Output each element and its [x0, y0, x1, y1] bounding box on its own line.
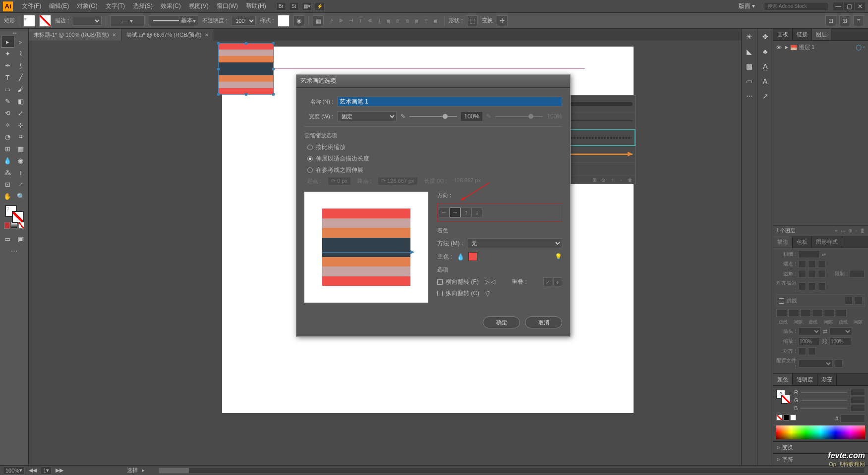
- color-mode-gradient[interactable]: [11, 222, 17, 229]
- close-button[interactable]: ✕: [855, 2, 865, 10]
- dash-1[interactable]: [776, 309, 787, 317]
- overlap-none[interactable]: ⟋: [543, 277, 552, 286]
- isolate-icon[interactable]: ⊡: [825, 15, 836, 26]
- tips-icon[interactable]: 💡: [555, 253, 562, 260]
- shape-menu-label[interactable]: 形状 :: [449, 17, 463, 24]
- corner-round[interactable]: [808, 270, 816, 278]
- align-left[interactable]: ⊦: [328, 16, 337, 26]
- swap-icon[interactable]: ⇄: [823, 328, 827, 335]
- arrow-scale-1[interactable]: [798, 337, 820, 345]
- brushes-icon[interactable]: ▭: [745, 76, 754, 86]
- shaper-tool[interactable]: ✎: [1, 95, 14, 107]
- overlap-yes[interactable]: ⟐: [553, 277, 562, 286]
- brush-preset[interactable]: [570, 120, 633, 121]
- panel-tab-links[interactable]: 链接: [793, 29, 812, 40]
- white-swatch[interactable]: [790, 415, 796, 421]
- rotate-tool[interactable]: ⟲: [1, 107, 14, 119]
- canvas[interactable]: ⊞ ⊘ ≡ ▫ 🗑 艺术画笔选项 名称 (N) : 宽度 (W) :: [29, 41, 741, 465]
- close-icon[interactable]: ✕: [205, 32, 209, 38]
- arrow-scale-2[interactable]: [829, 337, 851, 345]
- doc-tab-1[interactable]: 未标题-1* @ 100% (RGB/预览)✕: [29, 29, 121, 41]
- recolor-icon[interactable]: ◉: [293, 15, 304, 26]
- menu-object[interactable]: 对象(O): [73, 0, 101, 12]
- direction-left[interactable]: ←: [439, 208, 450, 217]
- eyedropper-tool[interactable]: 💧: [1, 155, 14, 166]
- profile-flip[interactable]: [835, 360, 843, 368]
- type-tool[interactable]: T: [1, 71, 14, 83]
- arrow-start[interactable]: [798, 327, 821, 335]
- scale-tool[interactable]: ⤢: [14, 107, 28, 119]
- b-slider[interactable]: [801, 408, 847, 409]
- panel-tab-color[interactable]: 颜色: [773, 374, 793, 385]
- brush-delete-icon[interactable]: 🗑: [627, 176, 634, 183]
- width-mode-select[interactable]: 固定: [337, 111, 397, 121]
- stroke-color[interactable]: [12, 211, 24, 223]
- selection-tool[interactable]: ▸: [1, 36, 14, 48]
- shape-corner-icon[interactable]: ⬚: [467, 15, 478, 26]
- arrange-icon[interactable]: ▦▾: [302, 2, 312, 11]
- dist-h2[interactable]: ⫼: [394, 16, 403, 26]
- align-outside[interactable]: [818, 282, 826, 290]
- symbols-icon[interactable]: ♣: [760, 47, 770, 56]
- blend-tool[interactable]: ◉: [14, 155, 28, 166]
- magic-wand-tool[interactable]: ✦: [1, 48, 14, 59]
- dashed-checkbox[interactable]: [779, 298, 784, 304]
- color-selector[interactable]: ?: [1, 205, 27, 221]
- corner-miter[interactable]: [798, 270, 806, 278]
- h-scrollbar[interactable]: [159, 468, 865, 474]
- arrow-align-1[interactable]: [798, 347, 806, 355]
- screen-mode-full[interactable]: ▣: [14, 233, 28, 245]
- dash-3[interactable]: [824, 309, 835, 317]
- brush-tool[interactable]: 🖌: [14, 83, 28, 95]
- menu-view[interactable]: 视图(V): [185, 0, 213, 12]
- target-icon[interactable]: ◯ ▫: [856, 44, 865, 51]
- artboard-nav[interactable]: 1 ▾: [41, 467, 52, 475]
- opacity-select[interactable]: 100%: [231, 16, 256, 26]
- panel-menu-icon[interactable]: ≡: [853, 15, 864, 26]
- direction-up[interactable]: ↑: [461, 208, 471, 217]
- width-slider-1[interactable]: [409, 116, 457, 117]
- pen-tool[interactable]: ✒: [1, 59, 14, 71]
- none-swatch[interactable]: [776, 415, 782, 421]
- black-swatch[interactable]: [783, 415, 789, 421]
- link-icon[interactable]: ⛓: [822, 338, 827, 344]
- flip-h-checkbox[interactable]: [437, 279, 443, 285]
- align-toggle[interactable]: ▦: [313, 15, 324, 26]
- menu-window[interactable]: 窗口(W): [213, 0, 242, 12]
- brush-def-select[interactable]: 基本 ▾: [149, 15, 198, 26]
- g-value[interactable]: [850, 397, 865, 404]
- gap-1[interactable]: [788, 309, 799, 317]
- panel-tab-swatches[interactable]: 色板: [793, 236, 812, 248]
- dist-v3[interactable]: ⫼: [431, 16, 440, 26]
- hex-input[interactable]: [840, 415, 865, 422]
- properties-icon[interactable]: ◣: [745, 47, 754, 56]
- more-icon[interactable]: ⋯: [745, 91, 754, 101]
- color-selector[interactable]: [776, 390, 790, 404]
- brush-remove-icon[interactable]: ⊘: [600, 176, 607, 183]
- direction-right[interactable]: →: [450, 208, 461, 217]
- zoom-tool[interactable]: 🔍: [14, 190, 28, 202]
- dash-align-1[interactable]: [845, 297, 853, 305]
- align-hcenter[interactable]: ⫸: [337, 16, 346, 26]
- visibility-icon[interactable]: 👁: [776, 45, 783, 51]
- search-input[interactable]: [764, 2, 828, 11]
- align-center[interactable]: [798, 282, 806, 290]
- maximize-button[interactable]: ▢: [844, 2, 854, 10]
- line-tool[interactable]: ╱: [14, 71, 28, 83]
- make-clip-icon[interactable]: ▭: [841, 228, 845, 234]
- new-sublayer-icon[interactable]: ⊕: [848, 228, 852, 234]
- menu-help[interactable]: 帮助(H): [242, 0, 270, 12]
- color-mode-none[interactable]: [18, 222, 24, 229]
- brush-preset-selected[interactable]: [571, 137, 632, 139]
- panel-tab-stroke[interactable]: 描边: [773, 236, 793, 248]
- dist-v2[interactable]: ⫼: [422, 16, 431, 26]
- scale-opt-proportional[interactable]: 按比例缩放: [304, 143, 562, 152]
- brush-name-input[interactable]: [337, 97, 562, 106]
- links-icon[interactable]: ↗: [760, 91, 770, 101]
- cap-round[interactable]: [808, 260, 816, 268]
- direct-select-tool[interactable]: ▹: [14, 36, 27, 48]
- symbol-sprayer-tool[interactable]: ⁂: [1, 166, 14, 178]
- gradient-tool[interactable]: ▦: [14, 143, 28, 155]
- screen-mode-normal[interactable]: ▭: [1, 233, 14, 245]
- cap-butt[interactable]: [798, 260, 806, 268]
